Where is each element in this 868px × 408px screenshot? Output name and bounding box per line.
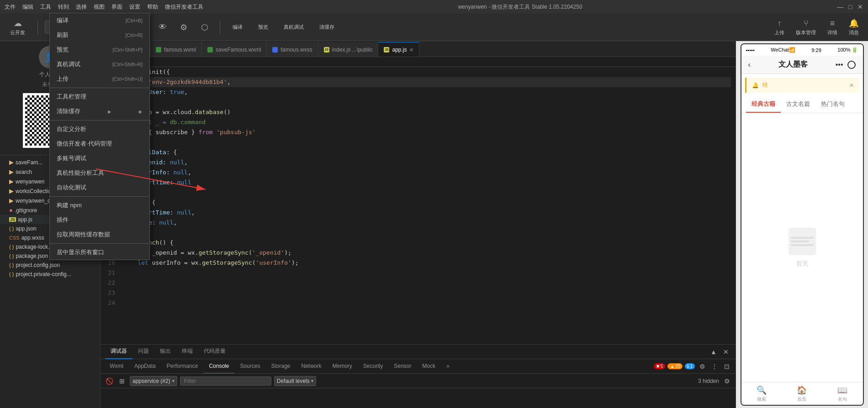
menu-item-automation[interactable]: 自动化测试: [50, 180, 149, 195]
level-selector[interactable]: Default levels ▾: [274, 376, 316, 386]
menu-item-toolbar-manage[interactable]: 工具栏管理: [50, 89, 149, 104]
menu-item-refresh[interactable]: 刷新 [Ctrl+R]: [50, 28, 149, 42]
menu-item-plugin[interactable]: 插件: [50, 213, 149, 227]
more-button[interactable]: ⋮: [709, 361, 720, 371]
minimize-button[interactable]: —: [837, 4, 843, 10]
devtab-sensor[interactable]: Sensor: [388, 359, 417, 374]
devtab-security[interactable]: Security: [358, 359, 388, 374]
tab-output[interactable]: 输出: [154, 345, 176, 359]
phone-bottom-quotes[interactable]: 📖 名句: [837, 385, 847, 403]
menu-edit[interactable]: 编辑: [22, 3, 33, 11]
devtab-performance[interactable]: Performance: [161, 359, 204, 374]
menu-select[interactable]: 选择: [76, 3, 87, 11]
home-label: 首页: [797, 396, 806, 403]
menu-item-multi-account[interactable]: 多账号调试: [50, 151, 149, 166]
layers-button[interactable]: ⬡: [196, 19, 213, 36]
clear-cache-button[interactable]: 清缓存: [314, 22, 340, 32]
menu-item-code-manage[interactable]: 微信开发者·代码管理: [50, 136, 149, 151]
cloud-button[interactable]: ☁ 云开发: [5, 16, 31, 38]
code-line-2: env: 'env-2gozkdk944db81b4',: [123, 77, 731, 87]
phone-more-icon[interactable]: •••: [836, 61, 843, 69]
tab-famous-wxss[interactable]: famous.wxss: [267, 42, 318, 57]
settings-button[interactable]: ⚙: [697, 361, 707, 371]
menu-settings[interactable]: 设置: [129, 3, 140, 11]
real-debug-button[interactable]: 真机调试: [278, 22, 309, 32]
alert-close-button[interactable]: ✕: [849, 82, 854, 89]
compile-button[interactable]: 编译: [227, 22, 248, 32]
menu-wechat-devtools[interactable]: 微信开发者工具: [165, 3, 203, 11]
menu-item-shortcut: [Ctrl+Shift+P]: [113, 47, 143, 52]
folder-icon: ▶: [9, 188, 14, 194]
appservice-selector[interactable]: appservice (#2) ▾: [130, 376, 177, 386]
devtab-wxml[interactable]: Wxml: [104, 359, 129, 374]
devtab-appdata[interactable]: AppData: [129, 359, 161, 374]
preview-button[interactable]: 预览: [253, 22, 274, 32]
tab-close-button[interactable]: ×: [410, 46, 413, 53]
menu-item-center-windows[interactable]: 居中显示所有窗口: [50, 245, 149, 260]
code-line-1: .cloud.init({: [123, 67, 731, 77]
menu-item-upload[interactable]: 上传 [Ctrl+Shift+U]: [50, 72, 149, 86]
debug-button[interactable]: ⚙: [175, 19, 192, 36]
console-toolbar: 🚫 ⊞ appservice (#2) ▾ Default levels ▾ 3…: [101, 374, 736, 388]
file-item-project-config[interactable]: { } project.config.json: [0, 261, 100, 270]
phone-tab-quotes[interactable]: 热门名句: [815, 96, 850, 113]
eye-button[interactable]: 👁: [154, 19, 171, 36]
tab-debugger[interactable]: 调试器: [105, 345, 132, 359]
devtab-storage[interactable]: Storage: [265, 359, 296, 374]
hidden-settings-button[interactable]: ⚙: [722, 376, 732, 386]
devtab-console[interactable]: Console: [203, 359, 234, 374]
menu-item-fetch-cache[interactable]: 拉取周期性缓存数据: [50, 227, 149, 242]
tab-appjs[interactable]: JS app.js ×: [378, 42, 419, 57]
devtab-sources[interactable]: Sources: [234, 359, 265, 374]
menu-help[interactable]: 帮助: [147, 3, 158, 11]
tab-problems[interactable]: 问题: [132, 345, 154, 359]
menu-item-label: 预览: [57, 46, 69, 54]
menu-item-clear-cache[interactable]: 清除缓存 ▶: [50, 104, 149, 119]
menu-interface[interactable]: 界面: [111, 3, 122, 11]
close-panel-button[interactable]: ✕: [721, 347, 731, 357]
tab-code-quality[interactable]: 代码质量: [198, 345, 231, 359]
menu-item-perf-tools[interactable]: 真机性能分析工具: [50, 166, 149, 180]
menu-goto[interactable]: 转到: [58, 3, 69, 11]
maximize-button[interactable]: □: [847, 4, 853, 10]
devtab-memory[interactable]: Memory: [327, 359, 358, 374]
devtab-more[interactable]: »: [441, 359, 455, 374]
menu-view[interactable]: 视图: [94, 3, 105, 11]
tab-famous-wxml[interactable]: famous.wxml: [150, 42, 202, 57]
message-button[interactable]: 🔔 消息: [844, 16, 863, 38]
phone-bottom-search[interactable]: 🔍 搜索: [757, 385, 767, 403]
menu-item-build-npm[interactable]: 构建 npm: [50, 198, 149, 213]
upload-button[interactable]: ↑ 上传: [770, 17, 789, 38]
file-label: app.js: [18, 216, 32, 223]
menu-separator-4: [50, 243, 149, 244]
version-button[interactable]: ⑂ 版本管理: [791, 17, 820, 38]
alert-icon: 🔔: [752, 82, 759, 89]
menu-bar[interactable]: 文件 编辑 工具 转到 选择 视图 界面 设置 帮助 微信开发者工具: [5, 3, 203, 11]
phone-tab-classics[interactable]: 经典古籍: [746, 96, 781, 113]
detail-button[interactable]: ≡ 详情: [823, 17, 842, 38]
tab-terminal[interactable]: 终端: [176, 345, 198, 359]
file-item-project-private[interactable]: { } project.private-config...: [0, 270, 100, 279]
window-controls[interactable]: — □ ✕: [837, 4, 863, 10]
menu-item-compile[interactable]: 编译 [Ctrl+B]: [50, 13, 149, 28]
phone-tab-prose[interactable]: 古文名篇: [781, 96, 815, 113]
phone-bottom-home[interactable]: 🏠 首页: [797, 385, 807, 403]
toggle-console-button[interactable]: ⊞: [117, 376, 127, 386]
devtab-network[interactable]: Network: [296, 359, 327, 374]
devtab-mock[interactable]: Mock: [417, 359, 441, 374]
filter-input[interactable]: [180, 377, 271, 386]
editor-container: search.wxss famous.wxml saveFamous.wxml …: [101, 41, 736, 408]
clear-console-button[interactable]: 🚫: [104, 376, 114, 386]
menu-file[interactable]: 文件: [5, 3, 16, 11]
menu-item-preview[interactable]: 预览 [Ctrl+Shift+P]: [50, 42, 149, 57]
phone-back-icon[interactable]: ‹: [748, 61, 751, 69]
menu-tools[interactable]: 工具: [40, 3, 51, 11]
menu-item-custom-analysis[interactable]: 自定义分析: [50, 122, 149, 136]
dock-button[interactable]: ⊡: [722, 361, 732, 371]
close-button[interactable]: ✕: [857, 4, 863, 10]
expand-panel-button[interactable]: ▲: [709, 347, 719, 357]
menu-item-real-debug[interactable]: 真机调试 [Ctrl+Shift+R]: [50, 57, 149, 72]
tab-savefamous-wxml[interactable]: saveFamous.wxml: [202, 42, 267, 57]
code-editor[interactable]: .cloud.init({ env: 'env-2gozkdk944db81b4…: [119, 67, 736, 344]
tab-indexjs[interactable]: JS index.js ...\public: [318, 42, 379, 57]
